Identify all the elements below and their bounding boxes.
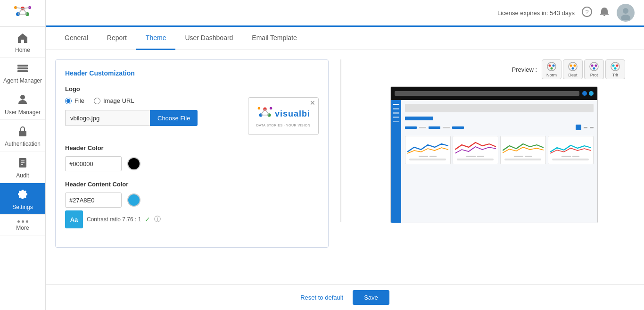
save-button[interactable]: Save xyxy=(353,290,389,305)
svg-point-34 xyxy=(553,65,555,67)
svg-point-42 xyxy=(595,65,597,67)
header-color-swatch[interactable] xyxy=(127,157,140,170)
ps-item xyxy=(393,104,399,105)
svg-point-35 xyxy=(551,67,553,70)
file-row: Choose File xyxy=(65,110,239,126)
preview-btn-norm[interactable]: Norm xyxy=(542,59,561,79)
notification-icon[interactable] xyxy=(599,7,610,19)
svg-rect-12 xyxy=(17,70,28,72)
contrast-preview-text: Aa xyxy=(70,216,78,223)
header-color-input[interactable] xyxy=(65,156,122,171)
two-col-layout: Header Customization Logo File xyxy=(46,50,644,231)
svg-point-45 xyxy=(612,65,615,67)
radio-image-url[interactable]: Image URL xyxy=(94,97,134,104)
sidebar-item-audit[interactable]: Audit xyxy=(0,151,45,183)
choose-file-button[interactable]: Choose File xyxy=(150,110,198,126)
preview-btn-trit-label: Trit xyxy=(612,73,619,77)
header-content-color-section: Header Content Color Aa Contrast ratio 7… xyxy=(65,181,319,228)
radio-file-input[interactable] xyxy=(65,98,72,104)
sidebar: Home Agent Manager User Manager Authenti… xyxy=(0,0,46,310)
radio-file[interactable]: File xyxy=(65,97,84,104)
pm-menu-item xyxy=(429,126,440,129)
file-name-input[interactable] xyxy=(65,110,150,126)
logo-preview-box: ✕ xyxy=(248,97,319,135)
sidebar-item-label: More xyxy=(16,225,29,231)
preview-btn-deut-label: Deut xyxy=(568,73,577,77)
tab-email-template[interactable]: Email Template xyxy=(242,27,306,50)
contrast-help-icon[interactable]: ⓘ xyxy=(154,215,161,224)
tab-general[interactable]: General xyxy=(55,27,98,50)
contrast-ratio-text: Contrast ratio 7.76 : 1 xyxy=(87,216,141,223)
sidebar-item-agent-manager[interactable]: Agent Manager xyxy=(0,58,45,88)
ps-item xyxy=(393,108,399,109)
svg-point-23 xyxy=(621,15,630,20)
reset-button[interactable]: Reset to default xyxy=(300,294,343,301)
agent-manager-icon xyxy=(17,63,29,75)
tab-theme[interactable]: Theme xyxy=(136,27,176,50)
header-color-label: Header Color xyxy=(65,144,319,151)
tab-user-dashboard[interactable]: User Dashboard xyxy=(175,27,242,50)
preview-btn-prot-label: Prot xyxy=(590,73,598,77)
sidebar-item-label: Home xyxy=(15,47,30,53)
radio-image-url-input[interactable] xyxy=(94,98,100,104)
sidebar-item-label: Agent Manager xyxy=(3,77,42,84)
sidebar-item-label: Audit xyxy=(16,172,29,179)
logo-radio-group: File Image URL xyxy=(65,97,239,104)
user-avatar[interactable] xyxy=(617,4,635,22)
help-icon[interactable]: ? xyxy=(582,7,592,19)
pm-charts xyxy=(405,136,594,164)
left-panel: Header Customization Logo File xyxy=(55,59,329,222)
sidebar-item-more[interactable]: More xyxy=(0,215,45,235)
sidebar-item-label: User Manager xyxy=(5,109,41,116)
sidebar-item-user-manager[interactable]: User Manager xyxy=(0,88,45,120)
preview-label: Preview : xyxy=(512,66,537,73)
header-color-section: Header Color xyxy=(65,144,319,171)
preview-btn-prot[interactable]: Prot xyxy=(584,59,604,79)
preview-btn-trit[interactable]: Trit xyxy=(605,59,625,79)
svg-rect-10 xyxy=(17,65,28,67)
pm-menu-item xyxy=(405,126,417,129)
logo-image: visualbi DATA STORIES · YOUR VISION xyxy=(256,106,310,127)
pm-action xyxy=(576,125,581,130)
pm-sep xyxy=(419,127,426,128)
tab-bar: General Report Theme User Dashboard Emai… xyxy=(46,27,644,50)
pm-menu-row xyxy=(405,125,594,130)
home-icon xyxy=(17,33,28,45)
section-title: Header Customization xyxy=(65,69,319,77)
header-content-color-label: Header Content Color xyxy=(65,181,319,188)
bottom-bar: Reset to default Save xyxy=(46,284,644,310)
preview-sidebar-mini xyxy=(391,100,401,223)
pm-chart-2 xyxy=(453,136,498,164)
preview-header xyxy=(391,87,597,100)
tab-report[interactable]: Report xyxy=(98,27,136,50)
pm-chart-1 xyxy=(405,136,451,164)
sidebar-item-home[interactable]: Home xyxy=(0,27,45,58)
logo-close-button[interactable]: ✕ xyxy=(310,99,315,107)
header-content-color-swatch[interactable] xyxy=(127,193,140,207)
sidebar-item-authentication[interactable]: Authentication xyxy=(0,120,45,151)
svg-point-28 xyxy=(270,107,272,109)
preview-btn-deut[interactable]: Deut xyxy=(563,59,583,79)
svg-point-33 xyxy=(549,65,551,67)
dashboard-preview xyxy=(390,86,598,223)
app-logo[interactable] xyxy=(0,0,46,27)
svg-point-27 xyxy=(258,107,260,109)
ps-item xyxy=(393,117,399,118)
ps-item xyxy=(393,112,399,114)
pm-action xyxy=(584,127,587,128)
svg-point-22 xyxy=(623,8,628,14)
sidebar-item-settings[interactable]: Settings xyxy=(0,183,45,215)
header-content-color-row xyxy=(65,193,319,208)
pm-chart-3 xyxy=(500,136,546,164)
svg-line-30 xyxy=(265,109,269,115)
preview-header-dots xyxy=(582,91,594,96)
right-panel: Preview : Norm Deut Prot xyxy=(353,59,635,222)
header-customization-box: Header Customization Logo File xyxy=(55,59,329,248)
logo-left: File Image URL Choose File xyxy=(65,97,239,132)
check-icon: ✓ xyxy=(145,216,150,223)
header-content-color-input[interactable] xyxy=(65,193,122,208)
radio-file-label: File xyxy=(74,97,84,104)
top-bar: License expires in: 543 days ? xyxy=(46,0,644,27)
svg-line-29 xyxy=(261,109,265,115)
svg-text:?: ? xyxy=(585,8,588,16)
